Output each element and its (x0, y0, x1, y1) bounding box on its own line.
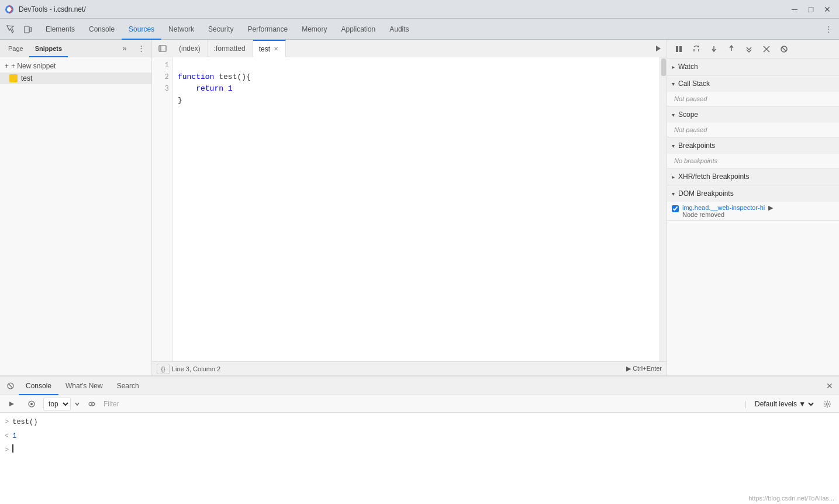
console-line-cursor[interactable]: > (0, 443, 839, 457)
tab-sources[interactable]: Sources (122, 19, 161, 40)
device-toolbar-icon[interactable] (20, 21, 36, 37)
svg-point-22 (91, 403, 93, 405)
scope-toggle-icon (672, 112, 675, 118)
status-left: {} Line 3, Column 2 (157, 364, 220, 374)
devtools-body: Page Snippets » ⋮ + + New snippet test (0, 40, 839, 504)
main-tab-icons (2, 21, 36, 37)
step-out-button[interactable] (723, 41, 740, 57)
live-expressions-button[interactable] (23, 396, 40, 412)
dom-breakpoint-expand[interactable]: ▶ (768, 204, 773, 212)
watch-header[interactable]: Watch (667, 58, 839, 75)
tab-network[interactable]: Network (161, 19, 201, 40)
toggle-sidebar-icon[interactable] (154, 40, 171, 57)
tab-application[interactable]: Application (334, 19, 383, 40)
sidebar-actions-button[interactable]: ⋮ (133, 40, 149, 57)
tab-audits[interactable]: Audits (382, 19, 416, 40)
xhr-breakpoints-header[interactable]: XHR/fetch Breakpoints (667, 168, 839, 185)
svg-point-20 (30, 403, 33, 405)
code-content[interactable]: function test(){ return 1 } (173, 57, 660, 361)
xhr-breakpoints-section: XHR/fetch Breakpoints (667, 168, 839, 185)
execution-context-select[interactable]: top (43, 398, 71, 410)
text-cursor (12, 444, 13, 453)
svg-line-17 (9, 384, 12, 388)
step-button[interactable] (741, 41, 757, 57)
scope-label: Scope (678, 111, 698, 119)
editor-tab-test[interactable]: test ✕ (253, 40, 286, 57)
vertical-scrollbar[interactable] (660, 57, 667, 361)
breakpoints-header[interactable]: Breakpoints (667, 137, 839, 154)
editor-tab-index[interactable]: (index) (173, 40, 208, 57)
console-output: > test() < 1 > (0, 413, 839, 504)
editor-tabs: (index) :formatted test ✕ (152, 40, 667, 57)
console-clear-button[interactable] (2, 378, 19, 394)
watch-label: Watch (678, 63, 698, 71)
devtools-icon (5, 5, 14, 14)
editor-tabs-left (152, 40, 173, 57)
tab-performance[interactable]: Performance (240, 19, 295, 40)
inspect-element-icon[interactable] (2, 21, 19, 37)
call-stack-header[interactable]: Call Stack (667, 75, 839, 92)
tab-console[interactable]: Console (82, 19, 122, 40)
step-into-button[interactable] (706, 41, 722, 57)
editor-tab-formatted[interactable]: :formatted (208, 40, 253, 57)
pause-button[interactable] (671, 41, 687, 57)
stop-button[interactable] (776, 41, 792, 57)
step-over-button[interactable] (688, 41, 705, 57)
svg-line-15 (782, 47, 786, 51)
tab-elements[interactable]: Elements (39, 19, 82, 40)
deactivate-breakpoints-button[interactable] (758, 41, 775, 57)
log-level-select[interactable]: Default levels ▼ (752, 399, 816, 409)
sidebar: Page Snippets » ⋮ + + New snippet test (0, 40, 152, 375)
new-snippet-button[interactable]: + + New snippet (0, 60, 151, 73)
tab-whats-new[interactable]: What's New (58, 377, 110, 395)
dom-breakpoint-sub: Node removed (682, 211, 765, 218)
tab-console-bottom[interactable]: Console (19, 377, 58, 395)
xhr-toggle-icon (672, 174, 675, 180)
minimize-button[interactable]: ─ (788, 2, 802, 16)
watch-section: Watch (667, 58, 839, 75)
sidebar-tab-page[interactable]: Page (2, 40, 29, 57)
tab-search[interactable]: Search (110, 377, 146, 395)
result-prompt: < (5, 430, 9, 442)
run-snippet-button[interactable] (650, 40, 667, 57)
active-tab-label: test (259, 45, 270, 53)
dom-breakpoint-checkbox[interactable] (672, 205, 679, 212)
more-tabs-button[interactable]: ⋮ (820, 21, 837, 37)
dom-breakpoint-text: img.head.__web-inspector-hi (682, 204, 765, 211)
console-toolbar: top | Default levels ▼ (0, 395, 839, 413)
close-bottom-panel-button[interactable]: ✕ (823, 379, 837, 393)
sidebar-tabs: Page Snippets » ⋮ (0, 40, 151, 57)
title-bar-controls: ─ □ ✕ (788, 2, 834, 16)
sidebar-content: + + New snippet test (0, 57, 151, 375)
sidebar-file-test[interactable]: test (0, 73, 151, 84)
dom-breakpoints-label: DOM Breakpoints (678, 189, 734, 198)
svg-rect-4 (10, 75, 17, 82)
editor-area: (index) :formatted test ✕ 1 2 3 function… (152, 40, 667, 375)
cursor-position: Line 3, Column 2 (172, 365, 220, 372)
svg-rect-9 (679, 46, 682, 52)
tab-security[interactable]: Security (201, 19, 240, 40)
bottom-tabs: Console What's New Search ✕ (0, 377, 839, 395)
execute-context-icon[interactable] (4, 396, 20, 412)
scope-header[interactable]: Scope (667, 106, 839, 123)
bottom-panel: Console What's New Search ✕ top | (0, 375, 839, 504)
pretty-print-button[interactable]: {} (157, 364, 170, 374)
dom-breakpoints-header[interactable]: DOM Breakpoints (667, 185, 839, 202)
breakpoints-label: Breakpoints (678, 141, 715, 150)
scope-section: Scope Not paused (667, 106, 839, 137)
close-button[interactable]: ✕ (820, 2, 834, 16)
maximize-button[interactable]: □ (804, 2, 818, 16)
close-tab-button[interactable]: ✕ (274, 46, 278, 52)
dom-breakpoints-section: DOM Breakpoints img.head.__web-inspector… (667, 185, 839, 221)
sidebar-tab-snippets[interactable]: Snippets (29, 40, 68, 57)
status-bar: {} Line 3, Column 2 ▶ Ctrl+Enter (152, 361, 667, 375)
main-tabs: Elements Console Sources Network Securit… (0, 19, 839, 40)
filter-input[interactable] (103, 400, 739, 408)
console-settings-button[interactable] (819, 396, 835, 412)
sidebar-more-button[interactable]: » (116, 40, 133, 57)
call-stack-content: Not paused (667, 92, 839, 106)
show-eye-icon[interactable] (84, 396, 100, 412)
console-result-value: 1 (12, 430, 16, 442)
tab-memory[interactable]: Memory (295, 19, 334, 40)
svg-marker-7 (656, 46, 661, 51)
